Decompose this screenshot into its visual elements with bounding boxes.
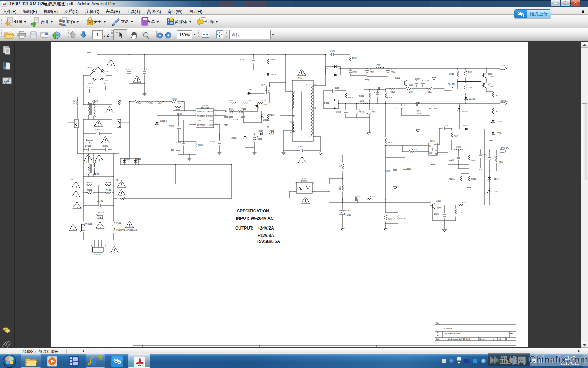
svg-text:C330: C330 <box>434 213 439 215</box>
svg-text:R105: R105 <box>73 100 75 104</box>
svg-text:TNR101: TNR101 <box>96 211 104 213</box>
svg-text:Q300: Q300 <box>416 110 421 112</box>
svg-text:C314: C314 <box>433 108 437 110</box>
svg-text:INPUT: 90-264V AC: INPUT: 90-264V AC <box>236 216 274 221</box>
svg-text:SY8120: SY8120 <box>432 147 433 153</box>
svg-text:D104: D104 <box>104 80 109 82</box>
svg-text:R103: R103 <box>87 181 92 183</box>
svg-text:8: 8 <box>294 91 295 93</box>
svg-text:R104: R104 <box>106 181 111 183</box>
svg-text:R314: R314 <box>339 186 341 190</box>
svg-text:7: 7 <box>195 118 196 120</box>
svg-text:CTRL: CTRL <box>197 120 202 122</box>
svg-text:12: 12 <box>309 84 311 86</box>
svg-text:VCC: VCC <box>209 124 213 126</box>
svg-text:R205: R205 <box>198 144 203 146</box>
svg-text:R304: R304 <box>387 96 392 98</box>
svg-text:+12V/3A: +12V/3A <box>258 233 274 238</box>
svg-text:R302: R302 <box>348 96 354 98</box>
svg-text:5: 5 <box>293 115 294 117</box>
svg-text:4: 4 <box>215 109 216 110</box>
svg-text:VISENSE: VISENSE <box>197 110 205 113</box>
svg-text:Wednesday, July 27, 2011: Wednesday, July 27, 2011 <box>448 338 470 340</box>
svg-text:+5V0_5A: +5V0_5A <box>500 147 509 149</box>
svg-text:Q304: Q304 <box>436 200 441 202</box>
svg-text:R319: R319 <box>471 159 476 162</box>
svg-text:C312: C312 <box>395 108 399 110</box>
svg-text:8050: 8050 <box>437 207 441 209</box>
svg-text:ZD202: ZD202 <box>263 119 270 121</box>
svg-text:GND: GND <box>209 120 213 122</box>
svg-text:C321: C321 <box>482 154 487 156</box>
svg-text:R106: R106 <box>119 100 121 104</box>
svg-text:C320: C320 <box>355 195 359 197</box>
svg-text:C308: C308 <box>425 80 429 82</box>
svg-text:C307: C307 <box>415 78 420 80</box>
svg-text:CY102: CY102 <box>102 145 109 147</box>
svg-text:10: 10 <box>309 136 311 138</box>
svg-text:Document Number: Document Number <box>444 332 460 334</box>
svg-text:3.5Frame: 3.5Frame <box>444 327 452 329</box>
svg-text:L: L <box>105 244 106 246</box>
svg-text:D102: D102 <box>104 70 109 73</box>
svg-text:SW: SW <box>435 150 438 151</box>
svg-text:R308: R308 <box>468 87 472 89</box>
svg-text:CY101: CY101 <box>85 145 91 147</box>
svg-text:C104: C104 <box>142 69 147 71</box>
svg-text:R307: R307 <box>427 91 432 93</box>
svg-text:Title: Title <box>436 322 439 324</box>
svg-text:CN101: CN101 <box>94 253 101 255</box>
svg-text:2: 2 <box>506 338 507 340</box>
svg-text:5: 5 <box>195 109 196 110</box>
svg-text:16: 16 <box>314 107 316 109</box>
svg-text:R312: R312 <box>339 163 341 167</box>
svg-text:R327: R327 <box>462 201 466 203</box>
svg-text:2: 2 <box>95 100 96 102</box>
svg-text:C101: C101 <box>87 87 92 89</box>
svg-text:T101: T101 <box>298 77 303 79</box>
svg-text:Date:: Date: <box>436 338 440 340</box>
svg-text:C301: C301 <box>330 50 335 52</box>
svg-text:6: 6 <box>195 113 196 115</box>
svg-text:D201: D201 <box>125 158 130 160</box>
svg-text:ZD205: ZD205 <box>260 103 267 105</box>
svg-text:3: 3 <box>86 173 88 175</box>
svg-text:1: 1 <box>215 122 216 124</box>
svg-text:C204: C204 <box>171 149 175 151</box>
svg-text:ZD301: ZD301 <box>469 98 475 100</box>
svg-text:3: 3 <box>86 115 88 117</box>
svg-text:8050: 8050 <box>409 84 413 86</box>
svg-text:C306: C306 <box>374 91 379 94</box>
svg-text:PROTECT: PROTECT <box>197 115 205 117</box>
svg-text:IC300: IC300 <box>346 210 351 212</box>
svg-text:D301: D301 <box>325 68 329 70</box>
svg-text:C208: C208 <box>233 118 238 121</box>
svg-text:FUSE T3.15A 250VAC: FUSE T3.15A 250VAC <box>116 229 138 231</box>
svg-text:C327: C327 <box>385 170 390 172</box>
svg-text:11: 11 <box>314 84 316 86</box>
svg-text:C322: C322 <box>449 159 454 161</box>
svg-text:Rev: Rev <box>510 332 513 334</box>
svg-text:1: 1 <box>86 100 88 102</box>
svg-text:4: 4 <box>95 115 96 117</box>
svg-text:C310: C310 <box>359 111 364 113</box>
svg-text:Q302: Q302 <box>488 83 492 85</box>
svg-text:R300: R300 <box>496 94 500 96</box>
svg-text:C302: C302 <box>352 71 358 73</box>
svg-text:4: 4 <box>290 132 292 134</box>
svg-text:C304: C304 <box>391 71 396 73</box>
svg-text:R215: R215 <box>270 130 274 132</box>
svg-text:CX101: CX101 <box>97 200 103 202</box>
svg-text:1: 1 <box>86 161 88 163</box>
svg-text:R212: R212 <box>241 108 246 110</box>
svg-text:R102: R102 <box>106 189 111 191</box>
svg-text:C102: C102 <box>101 83 106 85</box>
svg-text:IN: IN <box>429 145 431 147</box>
svg-text:R201: R201 <box>119 195 125 197</box>
svg-text:PM05: PM05 <box>416 113 421 115</box>
svg-text:PS_ON: PS_ON <box>448 83 455 85</box>
svg-text:IC301: IC301 <box>430 140 436 142</box>
svg-text:4: 4 <box>295 182 296 184</box>
svg-text:R210: R210 <box>271 59 276 61</box>
svg-text:R323: R323 <box>471 178 476 180</box>
